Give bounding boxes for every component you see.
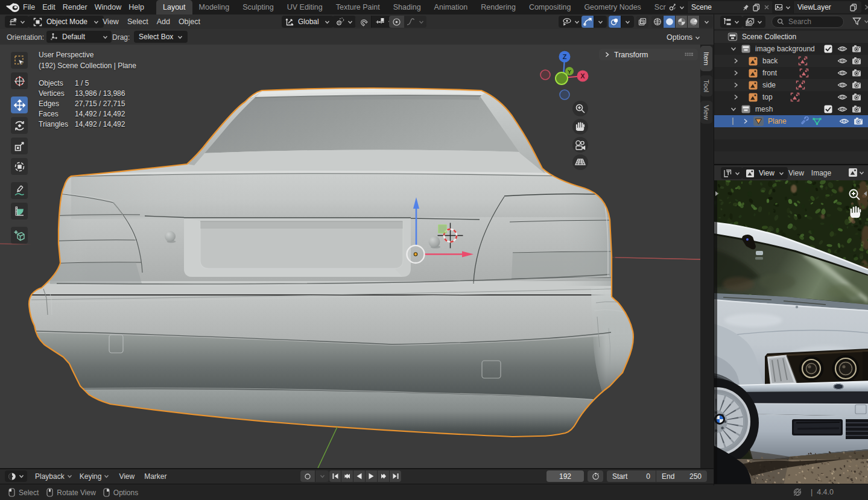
svg-text:Y: Y (568, 69, 571, 75)
svg-text:X: X (580, 72, 585, 80)
svg-text:Z: Z (563, 53, 567, 60)
